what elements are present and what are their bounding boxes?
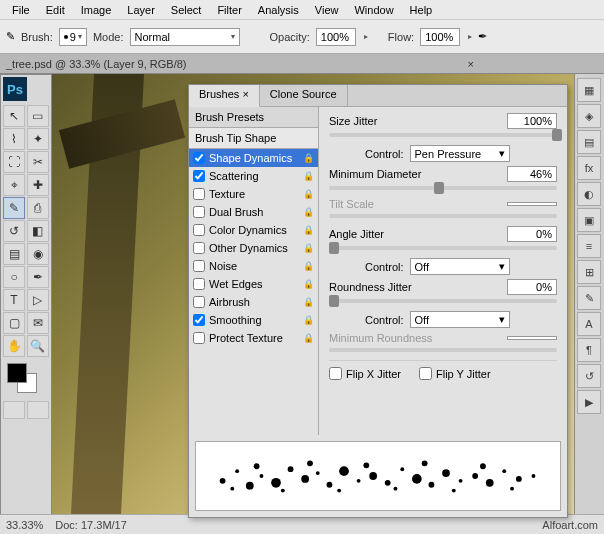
brush-option-other-dynamics[interactable]: Other Dynamics🔒 — [189, 239, 318, 257]
checkbox-icon[interactable] — [193, 278, 205, 290]
brush-option-scattering[interactable]: Scattering🔒 — [189, 167, 318, 185]
close-icon[interactable]: × — [468, 58, 474, 70]
control-2-dropdown[interactable]: Off▾ — [410, 258, 510, 275]
document-tab[interactable]: _tree.psd @ 33.3% (Layer 9, RGB/8) — [6, 58, 187, 70]
brush-option-dual-brush[interactable]: Dual Brush🔒 — [189, 203, 318, 221]
eraser-tool[interactable]: ◧ — [27, 220, 49, 242]
panel-icon-paragraph[interactable]: ¶ — [577, 338, 601, 362]
slice-tool[interactable]: ✂ — [27, 151, 49, 173]
checkbox-icon[interactable] — [193, 296, 205, 308]
checkbox-icon[interactable] — [193, 314, 205, 326]
min-diameter-value[interactable]: 46% — [507, 166, 557, 182]
zoom-tool[interactable]: 🔍 — [27, 335, 49, 357]
pen-tool[interactable]: ✒ — [27, 266, 49, 288]
eyedropper-tool[interactable]: ⌖ — [3, 174, 25, 196]
path-tool[interactable]: ▷ — [27, 289, 49, 311]
panel-icon-color[interactable]: ◈ — [577, 104, 601, 128]
flow-field[interactable]: 100% — [420, 28, 460, 46]
panel-icon-styles[interactable]: fx — [577, 156, 601, 180]
panel-icon-swatches[interactable]: ▤ — [577, 130, 601, 154]
airbrush-icon[interactable]: ✒ — [478, 30, 487, 43]
panel-icon-history[interactable]: ↺ — [577, 364, 601, 388]
menu-view[interactable]: View — [307, 2, 347, 18]
panel-icon-masks[interactable]: ▣ — [577, 208, 601, 232]
checkbox-icon[interactable] — [193, 332, 205, 344]
shape-tool[interactable]: ▢ — [3, 312, 25, 334]
hand-tool[interactable]: ✋ — [3, 335, 25, 357]
brush-tip-shape[interactable]: Brush Tip Shape — [189, 128, 318, 149]
brush-option-texture[interactable]: Texture🔒 — [189, 185, 318, 203]
stamp-tool[interactable]: ⎙ — [27, 197, 49, 219]
menu-image[interactable]: Image — [73, 2, 120, 18]
panel-icon-adjustments[interactable]: ◐ — [577, 182, 601, 206]
quickmask-standard[interactable] — [3, 401, 25, 419]
panel-icon-navigator[interactable]: ▦ — [577, 78, 601, 102]
brush-option-shape-dynamics[interactable]: Shape Dynamics🔒 — [189, 149, 318, 167]
menu-layer[interactable]: Layer — [119, 2, 163, 18]
foreground-color[interactable] — [7, 363, 27, 383]
mode-dropdown[interactable]: Normal▾ — [130, 28, 240, 46]
opacity-arrow-icon[interactable]: ▸ — [364, 32, 368, 41]
flow-arrow-icon[interactable]: ▸ — [468, 32, 472, 41]
menu-help[interactable]: Help — [402, 2, 441, 18]
panel-icon-paths[interactable]: ✎ — [577, 286, 601, 310]
min-diameter-slider[interactable] — [329, 186, 557, 190]
marquee-tool[interactable]: ▭ — [27, 105, 49, 127]
checkbox-icon[interactable] — [193, 242, 205, 254]
menu-select[interactable]: Select — [163, 2, 210, 18]
wand-tool[interactable]: ✦ — [27, 128, 49, 150]
menu-analysis[interactable]: Analysis — [250, 2, 307, 18]
history-brush-tool[interactable]: ↺ — [3, 220, 25, 242]
menu-filter[interactable]: Filter — [209, 2, 249, 18]
flip-y-checkbox[interactable]: Flip Y Jitter — [419, 367, 491, 380]
roundness-jitter-value[interactable]: 0% — [507, 279, 557, 295]
brush-option-wet-edges[interactable]: Wet Edges🔒 — [189, 275, 318, 293]
brush-presets-header[interactable]: Brush Presets — [189, 107, 318, 128]
brush-option-noise[interactable]: Noise🔒 — [189, 257, 318, 275]
heal-tool[interactable]: ✚ — [27, 174, 49, 196]
dodge-tool[interactable]: ○ — [3, 266, 25, 288]
type-tool[interactable]: T — [3, 289, 25, 311]
blur-tool[interactable]: ◉ — [27, 243, 49, 265]
brush-option-protect-texture[interactable]: Protect Texture🔒 — [189, 329, 318, 347]
control-3-dropdown[interactable]: Off▾ — [410, 311, 510, 328]
angle-jitter-slider[interactable] — [329, 246, 557, 250]
checkbox-icon[interactable] — [193, 260, 205, 272]
control-1-dropdown[interactable]: Pen Pressure▾ — [410, 145, 510, 162]
brush-preset-picker[interactable]: 9▾ — [59, 28, 87, 46]
gradient-tool[interactable]: ▤ — [3, 243, 25, 265]
brush-tool-icon[interactable]: ✎ — [6, 30, 15, 43]
roundness-jitter-slider[interactable] — [329, 299, 557, 303]
notes-tool[interactable]: ✉ — [27, 312, 49, 334]
brush-option-airbrush[interactable]: Airbrush🔒 — [189, 293, 318, 311]
checkbox-icon[interactable] — [193, 206, 205, 218]
checkbox-icon[interactable] — [193, 170, 205, 182]
crop-tool[interactable]: ⛶ — [3, 151, 25, 173]
quickmask-mode[interactable] — [27, 401, 49, 419]
svg-point-25 — [281, 489, 285, 493]
move-tool[interactable]: ↖ — [3, 105, 25, 127]
opacity-field[interactable]: 100% — [316, 28, 356, 46]
size-jitter-slider[interactable] — [329, 133, 557, 137]
panel-icon-actions[interactable]: ▶ — [577, 390, 601, 414]
panel-icon-layers[interactable]: ≡ — [577, 234, 601, 258]
menu-edit[interactable]: Edit — [38, 2, 73, 18]
brush-option-smoothing[interactable]: Smoothing🔒 — [189, 311, 318, 329]
tab-clone-source[interactable]: Clone Source — [260, 85, 348, 106]
size-jitter-value[interactable]: 100% — [507, 113, 557, 129]
color-swatch[interactable] — [1, 359, 51, 399]
flip-x-checkbox[interactable]: Flip X Jitter — [329, 367, 401, 380]
menu-file[interactable]: File — [4, 2, 38, 18]
brush-tool[interactable]: ✎ — [3, 197, 25, 219]
angle-jitter-value[interactable]: 0% — [507, 226, 557, 242]
panel-icon-channels[interactable]: ⊞ — [577, 260, 601, 284]
lasso-tool[interactable]: ⌇ — [3, 128, 25, 150]
zoom-level[interactable]: 33.33% — [6, 519, 43, 531]
checkbox-icon[interactable] — [193, 152, 205, 164]
tab-brushes[interactable]: Brushes × — [189, 85, 260, 107]
checkbox-icon[interactable] — [193, 224, 205, 236]
checkbox-icon[interactable] — [193, 188, 205, 200]
menu-window[interactable]: Window — [346, 2, 401, 18]
panel-icon-character[interactable]: A — [577, 312, 601, 336]
brush-option-color-dynamics[interactable]: Color Dynamics🔒 — [189, 221, 318, 239]
